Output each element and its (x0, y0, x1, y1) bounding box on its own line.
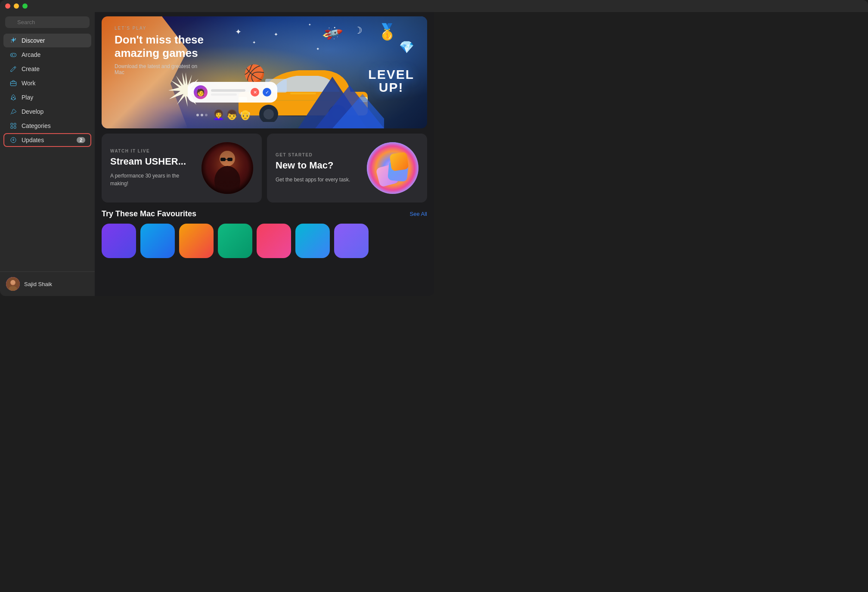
star-3: ✦ (274, 31, 278, 37)
sidebar-item-label-updates: Updates (22, 137, 44, 143)
svg-rect-10 (11, 123, 13, 125)
updates-badge: 2 (77, 137, 85, 143)
svg-rect-13 (14, 126, 16, 128)
card-mac-title: New to Mac? (276, 160, 360, 171)
cards-row: WATCH IT LIVE Stream USHER... A performa… (102, 134, 427, 203)
sidebar-item-categories[interactable]: Categories (3, 119, 91, 133)
nav-list: Discover Arcade Create (0, 31, 95, 271)
basketball-icon: 🏀 (244, 64, 265, 84)
svg-point-18 (11, 280, 15, 284)
titlebar (0, 0, 434, 12)
game-notification: 🧑 ✕ ✓ (188, 82, 277, 103)
sidebar-item-play[interactable]: Play (3, 90, 91, 104)
dot-1 (196, 114, 199, 116)
svg-point-41 (202, 142, 253, 194)
notification-line-2 (211, 93, 237, 96)
sidebar-item-develop[interactable]: Develop (3, 105, 91, 118)
section-header: Try These Mac Favourites See All (102, 209, 427, 218)
star-2: ✦ (252, 40, 256, 45)
main-content: ✦ ✦ ✦ ✦ ✦ ☽ 🚀 🥇 💎 (95, 0, 434, 296)
app-card-6[interactable] (295, 224, 330, 258)
search-container (5, 16, 90, 28)
sidebar-item-label-discover: Discover (22, 37, 45, 44)
coin-decoration: 🥇 (378, 23, 397, 41)
hero-text: LET'S PLAY Don't miss theseamazing games… (115, 26, 204, 75)
sparkles-icon (9, 37, 17, 44)
svg-rect-45 (389, 152, 409, 171)
app-card-5[interactable] (257, 224, 291, 258)
username: Sajid Shaik (24, 281, 52, 287)
hero-eyebrow: LET'S PLAY (115, 26, 204, 31)
sidebar-item-arcade[interactable]: Arcade (3, 48, 91, 62)
sidebar-item-discover[interactable]: Discover (3, 34, 91, 47)
app-card-1[interactable] (102, 224, 136, 258)
hero-subtitle: Download the latest and greatest on Mac (115, 63, 201, 75)
card-usher-text: WATCH IT LIVE Stream USHER... A performa… (110, 149, 195, 187)
notification-close[interactable]: ✕ (251, 88, 259, 97)
svg-rect-11 (14, 123, 16, 125)
sidebar-item-label-create: Create (22, 65, 40, 72)
svg-rect-12 (11, 126, 13, 128)
notification-check[interactable]: ✓ (263, 88, 271, 97)
download-icon (9, 136, 17, 144)
svg-rect-7 (10, 82, 16, 86)
sidebar-item-label-play: Play (22, 94, 33, 101)
sidebar-item-updates[interactable]: Updates 2 (3, 133, 91, 147)
card-usher-title: Stream USHER... (110, 156, 195, 167)
star-4: ✦ (308, 23, 311, 27)
gamecontroller-icon (9, 51, 17, 59)
sidebar-item-label-categories: Categories (22, 122, 51, 129)
diamond-decoration: 💎 (399, 40, 414, 54)
sidebar-item-work[interactable]: Work (3, 76, 91, 90)
app-card-7[interactable] (334, 224, 369, 258)
card-mac[interactable]: GET STARTED New to Mac? Get the best app… (267, 134, 427, 203)
search-input[interactable] (5, 16, 90, 28)
svg-point-6 (14, 55, 14, 56)
user-profile[interactable]: Sajid Shaik (0, 271, 95, 296)
app-card-2[interactable] (140, 224, 175, 258)
game-avatar: 🧑 (194, 85, 208, 99)
hammer-icon (9, 108, 17, 115)
see-all-button[interactable]: See All (410, 211, 427, 217)
sidebar: Discover Arcade Create (0, 0, 95, 296)
svg-point-9 (13, 97, 14, 98)
sidebar-item-label-arcade: Arcade (22, 51, 40, 58)
close-button[interactable] (5, 3, 10, 9)
app-grid (102, 224, 427, 258)
app-card-4[interactable] (218, 224, 252, 258)
avatar-image (6, 277, 20, 291)
grid-icon (9, 122, 17, 130)
avatar-emoji-2: 👦 (226, 109, 238, 121)
card-usher-eyebrow: WATCH IT LIVE (110, 149, 195, 153)
dot-2 (201, 114, 203, 116)
avatar-emoji-1: 👩‍🦱 (213, 109, 224, 121)
card-usher-desc: A performance 30 years in the making! (110, 172, 195, 187)
maximize-button[interactable] (22, 3, 28, 9)
avatar-emoji-3: 👴 (239, 109, 251, 121)
pencil-icon (9, 65, 17, 73)
hero-title: Don't miss theseamazing games (115, 33, 204, 60)
sidebar-item-label-develop: Develop (22, 108, 43, 115)
card-usher[interactable]: WATCH IT LIVE Stream USHER... A performa… (102, 134, 262, 203)
bottom-avatars: 👩‍🦱 👦 👴 (196, 109, 251, 121)
card-mac-eyebrow: GET STARTED (276, 153, 360, 157)
card-mac-text: GET STARTED New to Mac? Get the best app… (276, 153, 360, 183)
hero-banner[interactable]: ✦ ✦ ✦ ✦ ✦ ☽ 🚀 🥇 💎 (102, 16, 427, 128)
svg-rect-2 (10, 53, 16, 57)
rocket-icon (9, 93, 17, 101)
notification-line-1 (211, 89, 245, 92)
level-up-text: LEVEL UP! (368, 68, 414, 94)
app-card-3[interactable] (179, 224, 214, 258)
section-title: Try These Mac Favourites (102, 209, 196, 218)
minimize-button[interactable] (14, 3, 19, 9)
search-wrapper (5, 16, 90, 28)
star-5: ✦ (316, 47, 319, 51)
sidebar-item-label-work: Work (22, 80, 35, 87)
avatar (6, 277, 20, 291)
hero-inner: ✦ ✦ ✦ ✦ ✦ ☽ 🚀 🥇 💎 (102, 16, 427, 128)
sidebar-item-create[interactable]: Create (3, 62, 91, 76)
card-usher-image (202, 142, 253, 194)
card-mac-image (367, 142, 418, 194)
svg-point-28 (264, 109, 274, 119)
star-1: ✦ (235, 27, 242, 37)
